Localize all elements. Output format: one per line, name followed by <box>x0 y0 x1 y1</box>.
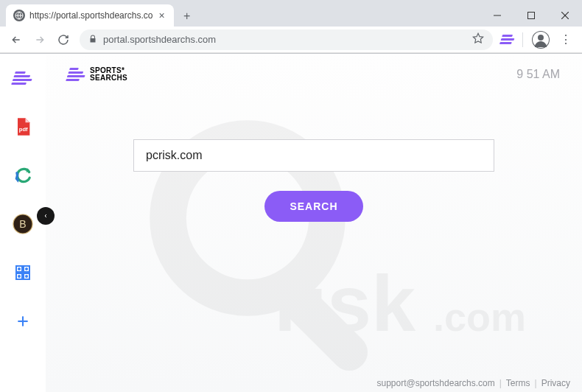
page-content: risk .com pdf B <box>0 54 582 392</box>
brand-logo[interactable]: SPORTS* SEARCHS <box>68 67 127 82</box>
svg-text:B: B <box>19 218 26 230</box>
svg-marker-5 <box>473 33 483 43</box>
svg-point-22 <box>18 276 20 277</box>
svg-point-23 <box>26 276 27 277</box>
browser-tab[interactable]: https://portal.sportshdearchs.co × <box>6 4 174 27</box>
close-window-button[interactable] <box>548 4 582 27</box>
divider: | <box>535 378 537 388</box>
address-bar-row: portal.sportshdearchs.com ⋮ <box>0 27 582 53</box>
svg-text:pdf: pdf <box>19 126 28 133</box>
search-input[interactable] <box>133 139 494 172</box>
reload-button[interactable] <box>53 29 74 50</box>
tab-strip: https://portal.sportshdearchs.co × + <box>0 0 582 27</box>
footer: support@sportshdearchs.com | Terms | Pri… <box>376 378 570 388</box>
divider <box>522 32 523 47</box>
extension-icon[interactable] <box>499 31 516 49</box>
maximize-button[interactable] <box>514 4 548 27</box>
terms-link[interactable]: Terms <box>506 378 530 388</box>
url-text: portal.sportshdearchs.com <box>103 34 466 45</box>
sidebar-logo-icon[interactable] <box>12 67 34 89</box>
brand-line2: SEARCHS <box>90 74 127 82</box>
svg-point-21 <box>26 268 27 270</box>
address-bar[interactable]: portal.sportshdearchs.com <box>80 29 493 50</box>
svg-point-7 <box>538 35 544 41</box>
back-button[interactable] <box>6 29 27 50</box>
browser-chrome: https://portal.sportshdearchs.co × + <box>0 0 582 54</box>
left-sidebar: pdf B <box>0 54 46 392</box>
main-area: SPORTS* SEARCHS 9 51 AM SEARCH <box>46 54 582 392</box>
lock-icon <box>88 33 97 46</box>
forward-button[interactable] <box>29 29 50 50</box>
globe-icon <box>13 10 25 21</box>
privacy-link[interactable]: Privacy <box>541 378 570 388</box>
new-tab-button[interactable]: + <box>177 6 197 27</box>
add-icon[interactable] <box>12 310 34 332</box>
support-email[interactable]: support@sportshdearchs.com <box>376 378 494 388</box>
minimize-button[interactable] <box>480 4 514 27</box>
clock-display: 9 51 AM <box>516 68 560 81</box>
refresh-icon[interactable] <box>12 164 34 186</box>
brand-text: SPORTS* SEARCHS <box>90 67 127 82</box>
search-button[interactable]: SEARCH <box>264 191 362 222</box>
grid-apps-icon[interactable] <box>12 262 34 284</box>
svg-point-20 <box>18 268 20 270</box>
window-controls <box>480 4 582 27</box>
search-area: SEARCH <box>68 139 560 222</box>
kebab-menu-icon[interactable]: ⋮ <box>555 29 576 50</box>
letter-b-icon[interactable]: B <box>12 213 34 235</box>
star-icon[interactable] <box>472 32 484 47</box>
pdf-icon[interactable]: pdf <box>12 116 34 138</box>
profile-avatar-icon[interactable] <box>532 31 550 49</box>
page-header: SPORTS* SEARCHS 9 51 AM <box>68 67 560 82</box>
close-icon[interactable]: × <box>157 10 166 21</box>
divider: | <box>499 378 502 388</box>
svg-rect-2 <box>528 13 535 19</box>
tab-title: https://portal.sportshdearchs.co <box>29 10 152 21</box>
